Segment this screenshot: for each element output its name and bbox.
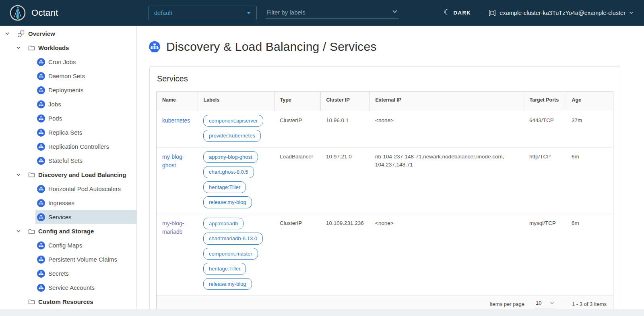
cron-jobs-icon xyxy=(37,58,45,66)
sidebar-group-config-and-storage[interactable]: Config and Storage xyxy=(0,224,136,238)
external-ip-cell: nb-104-237-148-71.newark.nodebalancer.li… xyxy=(369,147,524,214)
persistent-volume-claims-icon xyxy=(37,256,45,264)
table-footer: Items per page 10 1 - 3 of 3 items xyxy=(157,295,613,309)
main-content: Discovery & Load Balancing / Services Se… xyxy=(137,26,644,309)
moon-icon: ☾ xyxy=(444,9,450,16)
namespace-value: default xyxy=(154,9,172,16)
applications-icon xyxy=(17,30,25,38)
service-accounts-icon xyxy=(37,284,45,292)
type-cell: ClusterIP xyxy=(274,214,320,295)
sidebar-item-replica-sets[interactable]: Replica Sets xyxy=(35,125,136,139)
items-per-page-value: 10 xyxy=(536,300,541,306)
sidebar-item-overview[interactable]: Overview xyxy=(0,27,136,41)
sidebar-item-stateful-sets[interactable]: Stateful Sets xyxy=(35,154,136,168)
sidebar-item-service-accounts[interactable]: Service Accounts xyxy=(35,281,136,295)
context-name: example-cluster-ka3TuTzYo4a@example-clus… xyxy=(500,10,625,16)
replica-sets-icon xyxy=(37,129,45,137)
column-header-type: Type xyxy=(274,92,320,111)
pods-icon xyxy=(37,114,45,123)
folder-icon xyxy=(28,299,35,305)
card-title: Services xyxy=(157,74,613,83)
ingresses-icon xyxy=(37,199,45,207)
sidebar-item-daemon-sets[interactable]: Daemon Sets xyxy=(35,69,136,83)
label-pill[interactable]: component:master xyxy=(203,248,258,260)
column-header-labels: Labels xyxy=(198,92,274,111)
sidebar-group-discovery-and-load-balancing[interactable]: Discovery and Load Balancing xyxy=(0,168,136,182)
table-body: kubernetes component:apiserverprovider:k… xyxy=(157,111,613,295)
sidebar-item-persistent-volume-claims[interactable]: Persistent Volume Claims xyxy=(35,252,136,266)
table-row: kubernetes component:apiserverprovider:k… xyxy=(157,111,613,147)
age-cell: 6m xyxy=(566,147,613,214)
table-row: my-blog-mariadb app:mariadbchart:mariadb… xyxy=(157,214,613,295)
service-name-link[interactable]: kubernetes xyxy=(162,117,190,124)
app-title: Octant xyxy=(31,8,58,18)
theme-toggle-button[interactable]: ☾ DARK xyxy=(444,9,471,16)
items-per-page-select[interactable]: 10 xyxy=(535,300,555,308)
sidebar-group-workloads[interactable]: Workloads xyxy=(0,41,136,55)
stateful-sets-icon xyxy=(37,157,45,165)
sidebar-item-deployments[interactable]: Deployments xyxy=(35,83,136,97)
sidebar-item-replication-controllers[interactable]: Replication Controllers xyxy=(35,139,136,154)
sidebar-item-jobs[interactable]: Jobs xyxy=(35,97,136,111)
chevron-down-icon[interactable] xyxy=(16,229,21,233)
column-header-age: Age xyxy=(566,92,613,111)
horizontal-pod-autoscalers-icon xyxy=(37,185,45,193)
target-ports-cell: http/TCP xyxy=(524,147,566,214)
pagination-range: 1 - 3 of 3 items xyxy=(572,301,607,307)
sidebar-nav: Overview Workloads Cron Jobs Daemon Sets… xyxy=(0,26,137,309)
label-pill[interactable]: heritage:Tiller xyxy=(203,263,246,275)
label-pill[interactable]: component:apiserver xyxy=(203,115,263,127)
services-table: NameLabelsTypeCluster IPExternal IPTarge… xyxy=(157,92,613,295)
theme-toggle-label: DARK xyxy=(453,10,471,16)
label-pill[interactable]: release:my-blog xyxy=(203,278,252,290)
label-pill[interactable]: heritage:Tiller xyxy=(203,181,246,193)
service-name-link[interactable]: my-blog-mariadb xyxy=(162,220,184,235)
label-pill[interactable]: app:my-blog-ghost xyxy=(203,151,258,163)
brand: Octant xyxy=(10,5,148,21)
services-card: Services NameLabelsTypeCluster IPExterna… xyxy=(149,67,620,309)
sidebar-group-custom-resources[interactable]: Custom Resources xyxy=(0,295,136,309)
folder-icon xyxy=(28,172,35,178)
context-switcher[interactable]: example-cluster-ka3TuTzYo4a@example-clus… xyxy=(489,9,634,17)
chevron-down-icon[interactable] xyxy=(16,173,21,177)
sidebar-item-secrets[interactable]: Secrets xyxy=(35,266,136,281)
chevron-down-icon[interactable] xyxy=(16,46,21,50)
sidebar-item-services[interactable]: Services xyxy=(35,210,136,224)
sidebar-item-ingresses[interactable]: Ingresses xyxy=(35,196,136,210)
label-pill[interactable]: chart:mariadb-6.13.0 xyxy=(203,233,263,245)
target-ports-cell: 6443/TCP xyxy=(524,111,566,147)
services-icon xyxy=(37,213,45,221)
namespace-select[interactable]: default xyxy=(148,6,257,20)
column-header-name: Name xyxy=(157,92,198,111)
sidebar-item-pods[interactable]: Pods xyxy=(35,111,136,125)
sidebar-item-config-maps[interactable]: Config Maps xyxy=(35,238,136,252)
label-pill[interactable]: app:mariadb xyxy=(203,218,244,230)
chevron-down-icon[interactable] xyxy=(392,10,398,13)
column-header-cluster-ip: Cluster IP xyxy=(320,92,369,111)
column-header-target-ports: Target Ports xyxy=(524,92,566,111)
secrets-icon xyxy=(37,270,45,278)
folder-icon xyxy=(28,228,35,234)
cluster-ip-cell: 10.109.231.236 xyxy=(320,214,369,295)
dropdown-arrow-icon xyxy=(247,12,251,14)
services-datagrid: NameLabelsTypeCluster IPExternal IPTarge… xyxy=(156,91,613,309)
folder-icon xyxy=(28,45,35,51)
sidebar-item-cron-jobs[interactable]: Cron Jobs xyxy=(35,55,136,69)
replication-controllers-icon xyxy=(37,143,45,151)
age-cell: 37m xyxy=(566,111,613,147)
label-pill[interactable]: release:my-blog xyxy=(203,196,252,208)
app-header: Octant default ☾ DARK example-cluster-ka… xyxy=(0,0,644,26)
cluster-icon xyxy=(489,9,496,17)
chevron-down-icon[interactable] xyxy=(5,32,10,35)
label-pill[interactable]: provider:kubernetes xyxy=(203,130,261,142)
age-cell: 6m xyxy=(566,214,613,295)
label-filter-input[interactable] xyxy=(266,6,398,19)
bottom-strip xyxy=(0,309,644,316)
items-per-page-label: Items per page xyxy=(489,301,524,307)
daemon-sets-icon xyxy=(37,72,45,80)
octant-logo xyxy=(10,5,26,21)
sidebar-item-horizontal-pod-autoscalers[interactable]: Horizontal Pod Autoscalers xyxy=(35,182,136,196)
label-pill[interactable]: chart:ghost-8.0.5 xyxy=(203,166,254,178)
service-name-link[interactable]: my-blog-ghost xyxy=(162,154,184,168)
chevron-down-icon xyxy=(629,11,634,15)
